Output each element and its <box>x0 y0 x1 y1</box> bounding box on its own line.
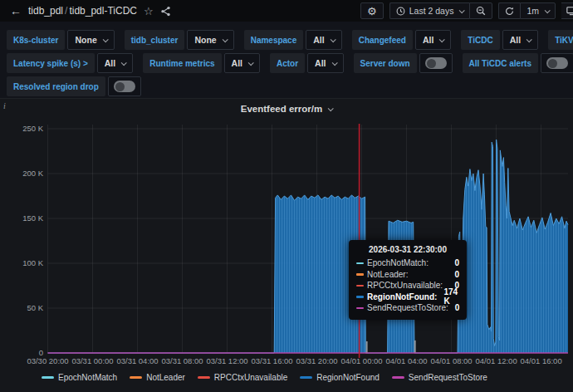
top-nav: ← tidb_pdl / tidb_pdl-TiCDC ☆ ⚙ Last 2 d… <box>0 0 573 22</box>
var-actor-dropdown[interactable]: All <box>307 53 343 73</box>
regionnotfound-area-texture <box>48 140 569 353</box>
breadcrumb-separator: / <box>65 5 67 17</box>
toggle-resolved-region-drop: Resolved region drop <box>7 76 141 96</box>
var-ticdc: TiCDC All <box>461 30 538 50</box>
chevron-down-icon <box>459 7 465 13</box>
legend-label: RPCCtxUnavailable <box>214 373 287 382</box>
legend-label: RegionNotFound <box>316 373 380 382</box>
var-latency-spike-dropdown[interactable]: All <box>97 53 133 73</box>
tooltip-row: EpochNotMatch:0 <box>356 257 459 269</box>
chevron-down-icon <box>330 37 335 42</box>
chevron-down-icon <box>328 105 334 111</box>
tooltip-row: RegionNotFound:174 K <box>356 292 459 303</box>
refresh-interval-dropdown[interactable]: 1m <box>520 2 556 19</box>
var-namespace-dropdown[interactable]: All <box>306 30 341 50</box>
breadcrumb-folder[interactable]: tidb_pdl <box>28 5 63 17</box>
var-k8s-cluster-label[interactable]: K8s-cluster <box>7 30 65 50</box>
toggle-knob <box>115 82 125 91</box>
filter-row-1: K8s-cluster None tidb_cluster None Names… <box>7 30 573 50</box>
monitor-icon <box>566 6 573 16</box>
legend-item-notleader[interactable]: NotLeader <box>130 373 185 382</box>
legend-item-epochnotmatch[interactable]: EpochNotMatch <box>42 373 117 382</box>
var-runtime-metrics-label[interactable]: Runtime metrics <box>143 53 221 73</box>
refresh-button[interactable] <box>498 2 520 19</box>
star-icon[interactable]: ☆ <box>144 6 154 17</box>
filter-row-2: Latency spike (s) > All Runtime metrics … <box>7 53 573 73</box>
var-actor-label[interactable]: Actor <box>270 53 305 73</box>
tooltip-series-name: EpochNotMatch: <box>367 258 429 267</box>
toggle-switch[interactable] <box>546 57 568 69</box>
tooltip-series-name: NotLeader: <box>367 270 408 279</box>
tooltip-series-value: 0 <box>448 303 460 312</box>
var-runtime-metrics-dropdown[interactable]: All <box>224 53 260 73</box>
var-value: None <box>194 35 216 45</box>
legend-item-sendrequesttostore[interactable]: SendRequestToStore <box>392 373 487 382</box>
tooltip-series-name: RegionNotFound: <box>367 292 437 301</box>
dashboard-settings-button[interactable]: ⚙ <box>360 2 384 19</box>
var-latency-spike: Latency spike (s) > All <box>7 53 133 73</box>
cycle-view-button[interactable] <box>561 2 573 19</box>
toggle-knob <box>427 59 436 68</box>
legend-color-swatch <box>198 376 210 379</box>
share-icon[interactable] <box>160 5 172 17</box>
timeseries-chart[interactable] <box>0 117 573 360</box>
series-color-swatch <box>356 296 364 298</box>
series-color-swatch <box>356 285 364 287</box>
legend-color-swatch <box>300 376 312 379</box>
toggle-all-ticdc-alerts-label: All TiCDC alerts <box>463 53 538 73</box>
var-k8s-cluster: K8s-cluster None <box>7 30 115 50</box>
toggle-switch[interactable] <box>114 81 135 92</box>
clock-icon <box>396 7 405 16</box>
toggle-all-ticdc-alerts: All TiCDC alerts <box>463 53 573 73</box>
chevron-down-icon <box>439 37 445 42</box>
legend-item-regionnotfound[interactable]: RegionNotFound <box>300 373 380 382</box>
chevron-down-icon <box>102 37 108 42</box>
var-value: All <box>313 35 324 45</box>
var-tidb-cluster-dropdown[interactable]: None <box>187 30 233 50</box>
var-value: All <box>510 35 521 45</box>
legend-label: SendRequestToStore <box>409 373 487 382</box>
chevron-down-icon <box>121 60 127 66</box>
zoom-out-button[interactable] <box>469 2 492 19</box>
var-runtime-metrics: Runtime metrics All <box>143 53 260 73</box>
back-icon[interactable]: ← <box>10 4 22 17</box>
toggle-resolved-region-drop-switch[interactable] <box>108 76 141 96</box>
var-actor: Actor All <box>270 53 344 73</box>
var-latency-spike-label[interactable]: Latency spike (s) > <box>7 53 95 73</box>
var-namespace-label[interactable]: Namespace <box>244 30 304 50</box>
chevron-down-icon <box>248 60 254 66</box>
var-tikv-label[interactable]: TiKV <box>548 30 573 50</box>
legend-color-swatch <box>42 376 54 379</box>
zoom-out-icon <box>476 6 486 16</box>
breadcrumb-dashboard-title[interactable]: tidb_pdl-TiCDC <box>69 5 137 17</box>
chart-legend: EpochNotMatchNotLeaderRPCCtxUnavailableR… <box>42 373 487 382</box>
var-changefeed-label[interactable]: Changefeed <box>352 30 413 50</box>
var-value: All <box>315 58 326 68</box>
var-tikv: TiKV All <box>548 30 573 50</box>
var-tidb-cluster-label[interactable]: tidb_cluster <box>125 30 185 50</box>
var-ticdc-label[interactable]: TiCDC <box>461 30 499 50</box>
tooltip-row: NotLeader:0 <box>356 269 459 281</box>
var-changefeed-dropdown[interactable]: All <box>415 30 451 50</box>
panel-title[interactable]: Eventfeed error/m <box>241 104 322 114</box>
tooltip-series-value: 0 <box>448 270 459 279</box>
eventfeed-error-panel: i Eventfeed error/m 250 K200 K150 K100 K… <box>0 98 573 392</box>
toggle-server-down-label: Server down <box>354 53 417 73</box>
x-tick-label: 04/01 16:00 <box>512 356 571 365</box>
panel-info-icon[interactable]: i <box>3 101 6 110</box>
var-value: None <box>75 35 96 45</box>
time-range-label: Last 2 days <box>409 6 454 16</box>
var-k8s-cluster-dropdown[interactable]: None <box>67 30 114 50</box>
time-range-picker[interactable]: Last 2 days <box>389 2 470 19</box>
series-color-swatch <box>356 273 364 276</box>
legend-item-rpcctxunavailable[interactable]: RPCCtxUnavailable <box>198 373 287 382</box>
toggle-switch[interactable] <box>425 57 447 69</box>
breadcrumb: tidb_pdl / tidb_pdl-TiCDC <box>28 5 137 17</box>
panel-header[interactable]: Eventfeed error/m <box>0 99 573 119</box>
legend-label: NotLeader <box>146 373 185 382</box>
tooltip-series-name: RPCCtxUnavailable: <box>367 281 443 290</box>
chevron-down-icon <box>331 60 337 66</box>
toggle-all-ticdc-alerts-switch[interactable] <box>541 53 573 73</box>
var-ticdc-dropdown[interactable]: All <box>502 30 538 50</box>
toggle-server-down-switch[interactable] <box>419 53 453 73</box>
